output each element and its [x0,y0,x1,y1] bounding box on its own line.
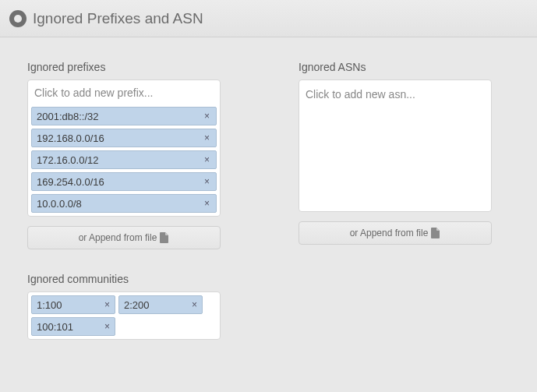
add-asn-input[interactable] [306,87,485,102]
prefix-tag[interactable]: 2001:db8::/32 × [31,107,217,125]
ignored-communities-label: Ignored communities [27,273,510,285]
ignored-communities-section: Ignored communities 1:100 × 2:200 × 100:… [27,273,510,340]
file-icon [160,232,169,243]
content-area: Ignored prefixes 2001:db8::/32 × 192.168… [0,37,537,355]
remove-community-icon[interactable]: × [190,299,199,310]
ignored-asns-section: Ignored ASNs or Append from file [299,61,492,249]
prefix-tag[interactable]: 192.168.0.0/16 × [31,129,217,147]
community-tag-text: 100:101 [37,321,73,333]
remove-prefix-icon[interactable]: × [203,154,211,165]
prefix-tag-text: 169.254.0.0/16 [37,176,104,188]
ignored-communities-box[interactable]: 1:100 × 2:200 × 100:101 × [27,291,221,340]
community-tag[interactable]: 100:101 × [31,317,115,336]
ignored-prefixes-box[interactable]: 2001:db8::/32 × 192.168.0.0/16 × 172.16.… [27,79,221,217]
ignored-prefixes-label: Ignored prefixes [27,61,221,73]
append-prefixes-from-file-button[interactable]: or Append from file [27,226,221,249]
remove-community-icon[interactable]: × [103,299,111,310]
file-icon [431,228,440,238]
prefix-tag[interactable]: 10.0.0.0/8 × [31,194,217,213]
add-community-input[interactable] [118,319,134,334]
community-tag-text: 2:200 [124,299,150,311]
prefix-tag[interactable]: 172.16.0.0/12 × [31,150,217,169]
append-asns-from-file-button[interactable]: or Append from file [299,221,492,245]
remove-prefix-icon[interactable]: × [203,132,211,143]
remove-prefix-icon[interactable]: × [203,176,211,187]
app-logo-icon [9,10,26,27]
prefix-tag-text: 2001:db8::/32 [37,111,99,122]
remove-prefix-icon[interactable]: × [203,198,211,209]
remove-prefix-icon[interactable]: × [203,111,211,122]
append-from-file-label: or Append from file [350,228,429,238]
remove-community-icon[interactable]: × [103,321,111,332]
page-title: Ignored Prefixes and ASN [33,10,203,27]
community-tag[interactable]: 1:100 × [31,295,115,314]
ignored-asns-label: Ignored ASNs [299,61,492,73]
prefix-tag[interactable]: 169.254.0.0/16 × [31,172,217,191]
add-prefix-input[interactable] [34,85,214,101]
prefix-tag-text: 192.168.0.0/16 [37,132,104,144]
append-from-file-label: or Append from file [79,232,157,243]
prefix-tag-text: 172.16.0.0/12 [37,154,99,166]
community-tag-text: 1:100 [37,299,62,311]
prefix-tag-text: 10.0.0.0/8 [37,198,82,210]
ignored-asns-box[interactable] [299,79,492,212]
community-tag[interactable]: 2:200 × [118,295,203,314]
page-header: Ignored Prefixes and ASN [0,0,537,37]
ignored-prefixes-section: Ignored prefixes 2001:db8::/32 × 192.168… [27,61,221,249]
